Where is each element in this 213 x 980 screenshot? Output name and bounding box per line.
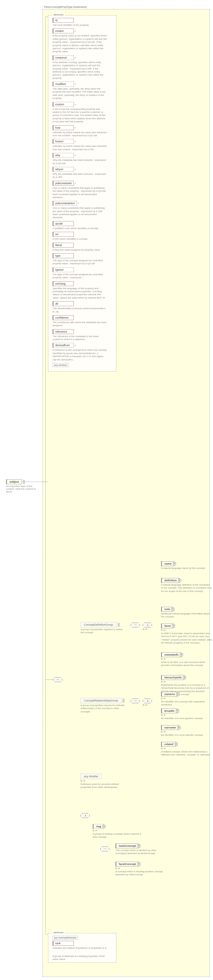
- extension-container: [43, 9, 210, 12]
- extension-title: Flex1ConceptPropType (extension): [44, 5, 87, 8]
